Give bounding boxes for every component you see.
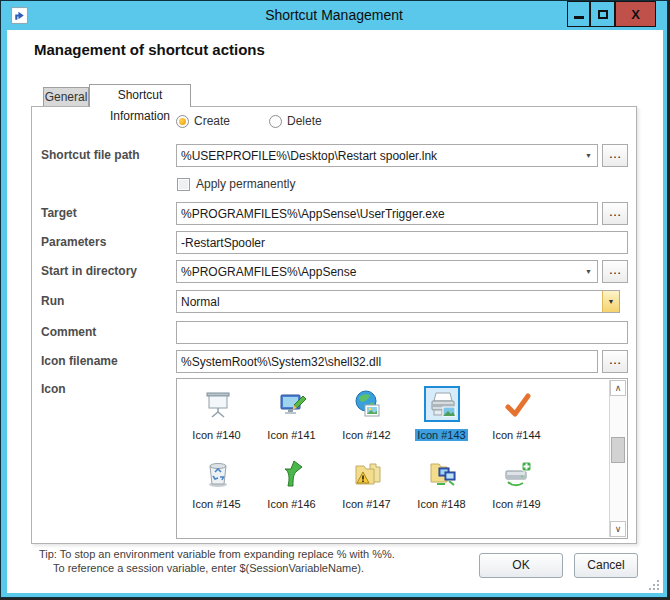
run-label: Run: [41, 294, 64, 308]
icon-item-146[interactable]: Icon #146: [255, 454, 328, 518]
chevron-down-icon[interactable]: ▼: [580, 145, 597, 166]
delete-radio-label: Delete: [287, 114, 322, 128]
projection-screen-icon: [201, 388, 233, 420]
start-in-directory-label: Start in directory: [41, 264, 137, 278]
icon-item-label: Icon #141: [265, 429, 317, 441]
ok-button[interactable]: OK: [479, 553, 563, 578]
scrollbar-thumb[interactable]: [611, 437, 625, 463]
icon-filename-field: [176, 350, 598, 373]
icon-item-label: Icon #140: [190, 429, 242, 441]
icon-item-label: Icon #143: [415, 429, 467, 441]
comment-label: Comment: [41, 325, 96, 339]
add-drive-icon: [501, 457, 533, 489]
shortcut-file-path-browse-button[interactable]: …: [602, 144, 628, 167]
tab-general[interactable]: General: [43, 87, 89, 107]
icon-item-144[interactable]: Icon #144: [480, 385, 553, 449]
cancel-button[interactable]: Cancel: [574, 553, 638, 578]
comment-input[interactable]: [177, 322, 627, 343]
icon-item-label: Icon #144: [490, 429, 542, 441]
shortcut-file-path-combo: ▼: [176, 144, 598, 167]
icon-item-141[interactable]: Icon #141: [255, 385, 328, 449]
apply-permanently-label: Apply permanently: [196, 177, 295, 191]
tip-line-2: To reference a session variable, enter $…: [53, 562, 364, 574]
display-properties-icon: [276, 388, 308, 420]
web-image-icon: [351, 388, 383, 420]
start-in-directory-combo: ▼: [176, 260, 598, 283]
recycle-bin-icon: [201, 457, 233, 489]
icon-item-label: Icon #145: [190, 498, 242, 510]
icon-filename-label: Icon filename: [41, 354, 118, 368]
icon-item-147[interactable]: Icon #147: [330, 454, 403, 518]
shortcut-file-path-input[interactable]: [177, 145, 580, 166]
create-radio-label: Create: [194, 114, 230, 128]
icon-item-149[interactable]: Icon #149: [480, 454, 553, 518]
comment-field: [176, 321, 628, 344]
target-input[interactable]: [177, 203, 597, 224]
icon-filename-input[interactable]: [177, 351, 597, 372]
icon-item-label: Icon #149: [490, 498, 542, 510]
apply-permanently-checkbox[interactable]: [177, 178, 190, 191]
minimize-button[interactable]: [567, 1, 590, 27]
close-icon: X: [631, 7, 640, 22]
shortcut-file-path-label: Shortcut file path: [41, 148, 140, 162]
run-dropdown[interactable]: ▼: [176, 290, 620, 313]
tab-shortcut-information[interactable]: Shortcut Information: [89, 84, 191, 107]
resize-grip[interactable]: [649, 580, 660, 591]
parameters-input[interactable]: [177, 232, 627, 253]
delete-radio[interactable]: Delete: [269, 114, 322, 128]
icon-item-145[interactable]: Icon #145: [180, 454, 253, 518]
network-folder-icon: [426, 457, 458, 489]
close-button[interactable]: X: [615, 1, 656, 27]
icon-item-140[interactable]: Icon #140: [180, 385, 253, 449]
icon-list-label: Icon: [41, 382, 66, 396]
target-label: Target: [41, 206, 77, 220]
chevron-down-icon[interactable]: ▼: [580, 261, 597, 282]
icon-item-label: Icon #146: [265, 498, 317, 510]
target-browse-button[interactable]: …: [602, 202, 628, 225]
title-bar[interactable]: Shortcut Management X: [1, 1, 667, 30]
start-in-directory-browse-button[interactable]: …: [602, 260, 628, 283]
icon-item-label: Icon #142: [340, 429, 392, 441]
maximize-button[interactable]: [590, 1, 615, 27]
maximize-icon: [598, 10, 608, 19]
radio-selected-icon: [176, 115, 189, 128]
chevron-down-icon[interactable]: ▼: [602, 291, 619, 312]
scroll-down-icon[interactable]: ∨: [610, 521, 626, 537]
shortcut-management-dialog: Shortcut Management X Management of shor…: [0, 0, 668, 598]
scroll-up-icon[interactable]: ∧: [610, 380, 626, 396]
page-title: Management of shortcut actions: [34, 41, 265, 58]
run-value-input[interactable]: [177, 291, 602, 312]
tip-line-1: Tip: To stop an environment variable fro…: [39, 548, 395, 560]
create-radio[interactable]: Create: [176, 114, 230, 128]
icon-list-scrollbar[interactable]: ∧ ∨: [609, 380, 626, 537]
start-in-directory-input[interactable]: [177, 261, 580, 282]
parameters-label: Parameters: [41, 235, 106, 249]
parameters-field: [176, 231, 628, 254]
icon-item-148[interactable]: Icon #148: [405, 454, 478, 518]
icon-item-label: Icon #147: [340, 498, 392, 510]
icon-listbox: Icon #140 Icon #141 Icon #142 Icon #143: [176, 378, 628, 539]
icon-item-143-selected[interactable]: Icon #143: [405, 385, 478, 449]
radio-unselected-icon: [269, 115, 282, 128]
icon-item-label: Icon #148: [415, 498, 467, 510]
checkmark-icon: [501, 388, 533, 420]
printer-photo-icon: [426, 388, 458, 420]
folder-warning-icon: [351, 457, 383, 489]
icon-item-142[interactable]: Icon #142: [330, 385, 403, 449]
minimize-icon: [574, 16, 584, 19]
up-arrow-icon: [276, 457, 308, 489]
target-field: [176, 202, 598, 225]
icon-filename-browse-button[interactable]: …: [602, 350, 628, 373]
